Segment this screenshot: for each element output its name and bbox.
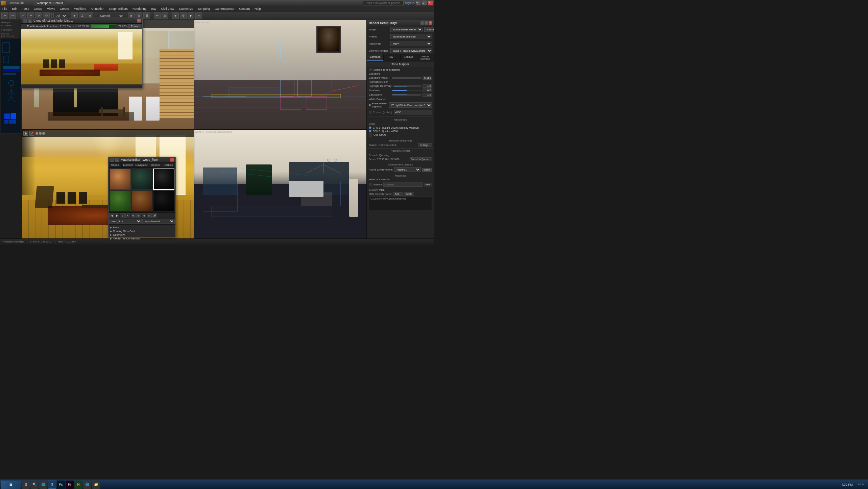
enable-analysis-checkbox[interactable] [23,25,26,28]
menu-file[interactable]: File [1,7,8,10]
pause-btn[interactable]: Pause [128,24,141,28]
render-button[interactable]: Render [424,27,434,32]
viewport-bottomright[interactable]: Quad 4 - ReverseViewCamera [194,130,366,239]
me-tool-5[interactable]: ⊕ [131,213,136,218]
mdl-delete-btn[interactable]: Delete [404,192,414,196]
gpu1-radio[interactable] [369,126,371,129]
me-tool-8[interactable]: ⊟ [147,213,152,218]
activeshade-render-preview[interactable] [21,29,142,84]
render-setup-btn[interactable]: ⚙ [180,12,187,19]
me-tool-1[interactable]: ◀ [109,213,114,218]
search-input[interactable] [363,1,404,5]
menu-scripting[interactable]: Scripting [197,7,211,10]
use-cpus-checkbox[interactable] [369,133,372,136]
menu-civil-view[interactable]: Civil View [160,7,175,10]
me-tab-options[interactable]: Options [149,163,162,167]
swatch-wood[interactable] [110,169,131,190]
me-btn-1[interactable]: ─ [110,158,114,162]
target-dropdown[interactable]: ActiveShade Mode [390,27,423,32]
vp-bl-lock[interactable]: 🔒 [23,131,28,136]
swatch-black[interactable] [153,169,174,190]
me-tool-delete[interactable]: ✕ [125,213,130,218]
settings-btn[interactable]: Settings... [418,143,432,147]
signin-btn[interactable]: Sign In [405,1,414,5]
menu-rendering[interactable]: Rendering [131,7,148,10]
mdl-add-btn[interactable]: Add... [393,192,403,196]
env-select-btn[interactable]: Select [422,168,432,172]
activeshade-btn[interactable]: ☀ [195,12,202,19]
enable-tone-checkbox[interactable] [369,68,372,71]
workspace-label[interactable]: Workspace: Default [34,1,65,5]
as-close-btn[interactable]: ✕ [137,19,141,23]
curve-editor-btn[interactable]: 〜 [154,12,161,19]
renderer-dropdown[interactable]: Iray+ [390,41,432,46]
as-btn-2[interactable]: □ [28,19,32,23]
me-renderer-dropdown[interactable]: Iray + Material [142,219,175,224]
tree-item-mental-ray[interactable]: ▶ mental ray Connection [110,237,174,240]
menu-gameexporter[interactable]: GameExporter [214,7,236,10]
minimize-button[interactable]: ─ [416,1,420,5]
menu-content[interactable]: Content [238,7,251,10]
layer-btn[interactable]: ☰ [143,12,150,19]
me-tool-6[interactable]: ⊞ [136,213,141,218]
view-render-dropdown[interactable]: Quad 4 - ReverseViewCamera [390,48,432,53]
mat-override-checkbox[interactable] [369,183,372,186]
tree-item-coating[interactable]: ▶ Coating ClearCoat [110,229,174,233]
kelvin-input[interactable] [394,110,432,114]
saturation-slider[interactable] [392,94,421,96]
predominant-radio[interactable] [369,104,371,106]
tab-iray[interactable]: Iray+ [384,54,401,61]
swatch-dark[interactable] [153,190,174,212]
new-material-btn[interactable]: New [424,183,432,186]
me-close-btn[interactable]: ✕ [170,158,174,162]
kelvin-radio[interactable] [369,111,371,113]
panel-scroll-area[interactable]: Tone Mapper Enable Tone Mapping Exposure… [367,61,434,238]
me-tool-2[interactable]: ▶ [115,213,119,218]
panel-minimize-btn[interactable]: ─ [420,21,424,25]
me-tool-9[interactable]: 🔗 [152,213,157,218]
menu-animation[interactable]: Animation [90,7,105,10]
tree-item-geometry[interactable]: ▶ Geometry [110,233,174,237]
as-btn-1[interactable]: ─ [23,19,27,23]
me-tab-material[interactable]: Material [122,163,135,167]
swatch-dark-green[interactable] [131,169,153,190]
me-tab-modes[interactable]: Modes [108,163,122,167]
shadows-slider[interactable] [392,90,421,91]
menu-tools[interactable]: Tools [21,7,30,10]
menu-customize[interactable]: Customize [178,7,194,10]
exposure-slider[interactable] [392,77,421,79]
vp-bl-pin[interactable]: 📌 [29,131,34,136]
submit-queue-btn[interactable]: Submit to Queue... [410,157,432,161]
panel-close-btn[interactable]: ✕ [429,21,432,25]
schematic-view-canvas[interactable] [1,39,21,133]
me-tab-utilities[interactable]: Utilities [162,163,175,167]
swatch-brown[interactable] [131,190,153,212]
preset-dropdown[interactable]: No preset selected [390,34,432,39]
menu-graph-editors[interactable]: Graph Editors [108,7,129,10]
render-btn[interactable]: ▶ [188,12,194,19]
redo-btn[interactable]: ↪ [9,12,16,19]
close-button[interactable]: ✕ [428,1,433,5]
menu-help[interactable]: Help [254,7,262,10]
menu-edit[interactable]: Edit [11,7,19,10]
viewport-topright[interactable]: Perspective [194,20,366,129]
menu-create[interactable]: Create [59,7,70,10]
panel-maximize-btn[interactable]: □ [425,21,428,25]
me-btn-2[interactable]: □ [115,158,119,162]
tab-render-elements[interactable]: Render Elements [417,54,434,61]
schematic-btn[interactable]: ⊞ [162,12,168,19]
undo-btn[interactable]: ↩ [1,12,8,19]
tab-settings[interactable]: Settings [401,54,417,61]
swatch-grass[interactable] [110,190,131,212]
predominant-dropdown[interactable]: F5 Light/White Fluorescent (415 [389,102,432,108]
menu-group[interactable]: Group [33,7,43,10]
env-dropdown[interactable]: NightIBL [394,167,420,172]
menu-views[interactable]: Views [46,7,56,10]
material-editor-btn[interactable]: ◈ [172,12,179,19]
me-tool-3[interactable]: ↕ [120,213,125,218]
menu-modifiers[interactable]: Modifiers [73,7,87,10]
tab-common[interactable]: Common [367,54,384,61]
maximize-button[interactable]: □ [422,1,427,5]
tree-item-base[interactable]: ▶ Base [110,226,174,229]
gpu2-radio[interactable] [369,130,371,132]
